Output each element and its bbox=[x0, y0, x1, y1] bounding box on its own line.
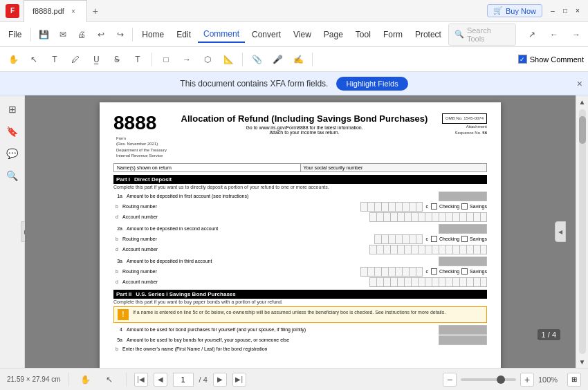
pdf-tab[interactable]: f8888.pdf × bbox=[24, 0, 87, 22]
back-icon[interactable]: ← bbox=[545, 26, 563, 44]
zoom-in-button[interactable]: + bbox=[520, 373, 534, 387]
scroll-thumb[interactable] bbox=[579, 116, 586, 144]
r-cell[interactable] bbox=[395, 202, 402, 212]
attach-icon[interactable]: 📎 bbox=[248, 50, 266, 68]
r-cell[interactable] bbox=[360, 202, 367, 212]
r-cell[interactable] bbox=[381, 234, 388, 244]
shape-icon[interactable]: □ bbox=[157, 50, 175, 68]
menu-edit[interactable]: Edit bbox=[171, 27, 196, 42]
right-panel-expand-button[interactable]: ◀ bbox=[555, 221, 566, 242]
r-cell[interactable] bbox=[409, 234, 416, 244]
amount-5a-field[interactable] bbox=[439, 335, 487, 345]
menu-tool[interactable]: Tool bbox=[350, 27, 376, 42]
page-number-input[interactable] bbox=[173, 373, 194, 387]
a-cell[interactable] bbox=[473, 212, 480, 222]
a-cell[interactable] bbox=[480, 212, 487, 222]
amount-2a-field[interactable] bbox=[439, 224, 487, 234]
menu-page[interactable]: Page bbox=[318, 27, 349, 42]
menu-comment[interactable]: Comment bbox=[198, 26, 245, 43]
sidebar-thumbnail-icon[interactable]: ⊞ bbox=[4, 101, 21, 118]
sidebar-comment-icon[interactable]: 💬 bbox=[4, 145, 21, 162]
first-page-button[interactable]: |◀ bbox=[134, 373, 148, 387]
r-cell[interactable] bbox=[402, 202, 409, 212]
menu-home[interactable]: Home bbox=[136, 27, 169, 42]
toolbar-redo-icon[interactable]: ↪ bbox=[111, 26, 129, 44]
checking-checkbox-3[interactable] bbox=[431, 268, 437, 275]
r-cell[interactable] bbox=[388, 234, 395, 244]
a-cell[interactable] bbox=[404, 212, 411, 222]
toolbar-email-icon[interactable]: ✉ bbox=[54, 26, 72, 44]
r-cell[interactable] bbox=[367, 202, 374, 212]
r-cell[interactable] bbox=[374, 234, 381, 244]
a-cell[interactable] bbox=[418, 212, 425, 222]
amount-3a-field[interactable] bbox=[439, 257, 487, 266]
right-scrollbar[interactable]: ▲ ▼ bbox=[576, 95, 588, 368]
r-cell[interactable] bbox=[416, 202, 423, 212]
a-cell[interactable] bbox=[425, 212, 432, 222]
zoom-slider-thumb[interactable] bbox=[497, 375, 505, 384]
hand-bottom-icon[interactable]: ✋ bbox=[77, 371, 95, 389]
menu-file[interactable]: File bbox=[3, 27, 27, 42]
scroll-track[interactable] bbox=[579, 109, 586, 354]
sidebar-search-icon[interactable]: 🔍 bbox=[4, 167, 21, 184]
a-cell[interactable] bbox=[376, 212, 383, 222]
cursor-bottom-icon[interactable]: ↖ bbox=[100, 371, 118, 389]
a-cell[interactable] bbox=[445, 212, 452, 222]
strikethrough-icon[interactable]: S̶ bbox=[108, 50, 126, 68]
buy-now-button[interactable]: 🛒 Buy Now bbox=[487, 4, 542, 17]
a-cell[interactable] bbox=[383, 212, 390, 222]
text-comment-icon[interactable]: T bbox=[129, 50, 147, 68]
zoom-out-button[interactable]: − bbox=[443, 373, 457, 387]
amount-4-field[interactable] bbox=[439, 325, 487, 335]
new-tab-button[interactable]: + bbox=[87, 3, 104, 19]
measure-icon[interactable]: 📐 bbox=[219, 50, 237, 68]
close-window-button[interactable]: × bbox=[573, 6, 582, 16]
a-cell[interactable] bbox=[459, 212, 466, 222]
routing-cells-2[interactable] bbox=[374, 234, 423, 244]
prev-page-button[interactable]: ◀ bbox=[154, 373, 167, 387]
arrow-icon[interactable]: → bbox=[178, 50, 196, 68]
menu-convert[interactable]: Convert bbox=[246, 27, 286, 42]
next-page-button[interactable]: ▶ bbox=[213, 373, 227, 387]
stamp-icon[interactable]: ⬡ bbox=[199, 50, 217, 68]
toolbar-print-icon[interactable]: 🖨 bbox=[73, 26, 91, 44]
amount-1a-field[interactable] bbox=[439, 192, 487, 201]
share-icon[interactable]: ↗ bbox=[523, 26, 541, 44]
a-cell[interactable] bbox=[439, 212, 445, 222]
account-cells-2[interactable] bbox=[369, 245, 487, 254]
r-cell[interactable] bbox=[395, 234, 402, 244]
scroll-down-button[interactable]: ▼ bbox=[576, 355, 589, 368]
sidebar-bookmark-icon[interactable]: 🔖 bbox=[4, 123, 21, 140]
tab-close-button[interactable]: × bbox=[68, 6, 78, 16]
routing-cells-1[interactable] bbox=[360, 202, 423, 212]
r-cell[interactable] bbox=[374, 202, 381, 212]
r-cell[interactable] bbox=[409, 202, 416, 212]
a-cell[interactable] bbox=[452, 212, 459, 222]
scroll-up-button[interactable]: ▲ bbox=[576, 95, 589, 108]
fit-page-button[interactable]: ⊞ bbox=[567, 373, 581, 387]
a-cell[interactable] bbox=[397, 212, 404, 222]
toolbar-save-icon[interactable]: 💾 bbox=[35, 26, 53, 44]
signature-icon[interactable]: ✍ bbox=[289, 50, 307, 68]
select-tool-icon[interactable]: ↖ bbox=[25, 50, 43, 68]
a-cell[interactable] bbox=[411, 212, 418, 222]
account-cells-1[interactable] bbox=[369, 212, 487, 222]
r-cell[interactable] bbox=[416, 234, 423, 244]
markup-icon[interactable]: T bbox=[46, 50, 64, 68]
toolbar-undo-icon[interactable]: ↩ bbox=[92, 26, 110, 44]
a-cell[interactable] bbox=[432, 212, 439, 222]
a-cell[interactable] bbox=[369, 212, 376, 222]
forward-icon[interactable]: → bbox=[567, 26, 585, 44]
show-comment-checkbox[interactable]: ✓ bbox=[518, 55, 527, 64]
menu-protect[interactable]: Protect bbox=[410, 27, 447, 42]
last-page-button[interactable]: ▶| bbox=[232, 373, 246, 387]
menu-form[interactable]: Form bbox=[378, 27, 408, 42]
a-cell[interactable] bbox=[466, 212, 473, 222]
routing-cells-3[interactable] bbox=[360, 267, 423, 277]
zoom-slider[interactable] bbox=[461, 378, 516, 381]
maximize-button[interactable]: □ bbox=[560, 6, 570, 16]
audio-icon[interactable]: 🎤 bbox=[268, 50, 286, 68]
savings-checkbox-2[interactable] bbox=[461, 236, 468, 242]
minimize-button[interactable]: – bbox=[548, 6, 558, 16]
r-cell[interactable] bbox=[381, 202, 388, 212]
